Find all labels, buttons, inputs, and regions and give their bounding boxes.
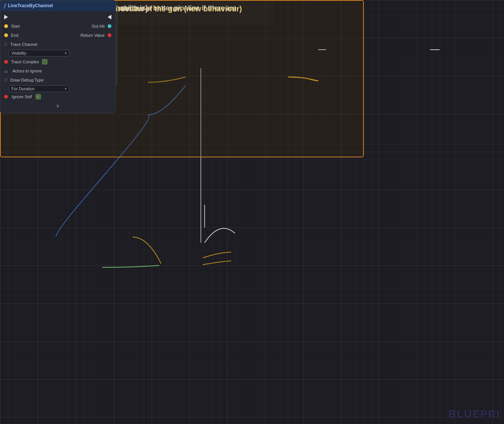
debug-value: For Duration xyxy=(11,86,34,91)
actors-icon: ⚏ xyxy=(4,69,8,74)
pin-end-ltbc[interactable] xyxy=(4,33,8,37)
debug-dropdown[interactable]: For Duration ▾ xyxy=(9,85,69,92)
pin-exec-out-ltbc[interactable] xyxy=(108,15,111,19)
pin-trace-complex-ltbc[interactable] xyxy=(4,60,8,64)
pin-trace-channel-ltbc[interactable] xyxy=(4,43,7,46)
ltbc-icon: 𝑓 xyxy=(4,3,6,9)
pin-label-trace-channel-ltbc: Trace Channel xyxy=(10,42,38,47)
pin-label-ignore-self-ltbc: Ignore Self xyxy=(12,94,32,99)
trace-channel-dropdown[interactable]: Visibility ▾ xyxy=(9,50,69,57)
pin-label-start-ltbc: Start xyxy=(11,24,20,28)
pin-return-ltbc[interactable] xyxy=(108,33,111,37)
ltbc-debug-dropdown-row: For Duration ▾ xyxy=(0,85,115,93)
ignore-self-checkbox[interactable]: ✓ xyxy=(36,94,41,99)
pin-out-hit-ltbc[interactable] xyxy=(108,24,111,28)
ltbc-trace-channel-dropdown-row: Visibility ▾ xyxy=(0,49,115,57)
pin-ignore-self-ltbc[interactable] xyxy=(4,95,8,99)
ltbc-debug-label-row: Draw Debug Type xyxy=(0,75,115,85)
trace-channel-value: Visibility xyxy=(11,51,27,55)
ltbc-body: Start Out Hit End Return Value Trace Cha… xyxy=(0,11,115,113)
trace-complex-checkbox[interactable] xyxy=(42,59,47,64)
pin-label-debug-ltbc: Draw Debug Type xyxy=(10,78,44,82)
ltbc-trace-channel-label-row: Trace Channel xyxy=(0,40,115,49)
trace-channel-arrow: ▾ xyxy=(65,51,67,55)
pin-label-out-hit-ltbc: Out Hit xyxy=(92,24,105,28)
pin-exec-in-ltbc[interactable] xyxy=(4,15,8,19)
pin-label-actors-ltbc: Actors to Ignore xyxy=(13,69,42,73)
node-line-trace: 𝑓 LineTraceByChannel Start Out Hit End xyxy=(0,0,116,113)
ltbc-title: LineTraceByChannel xyxy=(8,3,53,8)
ltbc-collapse-btn[interactable]: ∨ xyxy=(54,102,62,110)
ltbc-actors-row: ⚏ Actors to Ignore xyxy=(0,66,115,75)
pin-start-ltbc[interactable] xyxy=(4,24,8,28)
pin-label-end-ltbc: End xyxy=(11,33,19,38)
pin-debug-ltbc[interactable] xyxy=(4,79,7,82)
pin-label-trace-complex-ltbc: Trace Complex xyxy=(11,60,39,64)
ltbc-exec-row xyxy=(0,13,115,22)
watermark: BLUEPRI xyxy=(448,408,500,420)
debug-arrow: ▾ xyxy=(65,87,67,91)
ltbc-header: 𝑓 LineTraceByChannel xyxy=(0,0,115,11)
ltbc-end-row: End Return Value xyxy=(0,31,115,40)
ltbc-start-row: Start Out Hit xyxy=(0,22,115,31)
ltbc-trace-complex-row: Trace Complex xyxy=(0,57,115,66)
ltbc-ignore-self-row: Ignore Self ✓ xyxy=(0,93,115,101)
pin-label-return-ltbc: Return Value xyxy=(81,33,105,38)
ltbc-collapse-row: ∨ xyxy=(0,101,115,111)
